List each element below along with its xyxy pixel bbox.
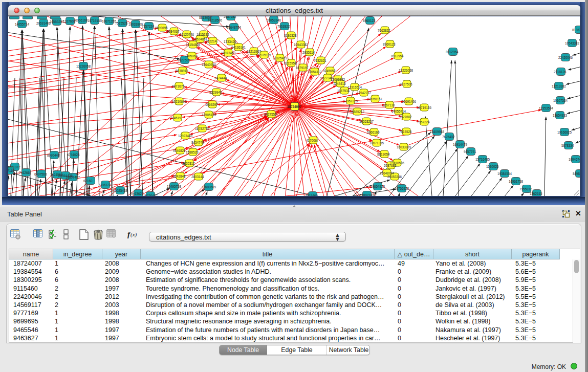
svg-text:10543382: 10543382 bbox=[294, 43, 309, 47]
svg-text:18807249: 18807249 bbox=[360, 193, 375, 196]
svg-text:1362615: 1362615 bbox=[530, 192, 542, 195]
svg-text:12093832: 12093832 bbox=[331, 78, 345, 81]
svg-text:18640910: 18640910 bbox=[202, 63, 216, 67]
svg-text:1327602: 1327602 bbox=[399, 115, 412, 119]
svg-text:10973493: 10973493 bbox=[221, 51, 236, 55]
svg-text:2935114: 2935114 bbox=[302, 51, 315, 54]
svg-text:2087682: 2087682 bbox=[384, 164, 397, 167]
svg-text:15716485: 15716485 bbox=[475, 158, 490, 161]
svg-text:9115460: 9115460 bbox=[306, 194, 318, 196]
svg-text:10553257: 10553257 bbox=[359, 120, 374, 123]
svg-text:13226058: 13226058 bbox=[399, 69, 413, 72]
svg-text:18724007: 18724007 bbox=[287, 105, 302, 108]
svg-text:9245652: 9245652 bbox=[323, 69, 336, 73]
svg-text:8471676: 8471676 bbox=[172, 84, 185, 88]
svg-text:10107534: 10107534 bbox=[553, 99, 568, 102]
svg-text:7955812: 7955812 bbox=[519, 187, 532, 191]
svg-text:7625402: 7625402 bbox=[442, 135, 455, 139]
svg-text:12505135: 12505135 bbox=[202, 113, 216, 117]
svg-text:10671355: 10671355 bbox=[102, 19, 117, 23]
svg-text:7663822: 7663822 bbox=[277, 25, 290, 28]
svg-text:7632621: 7632621 bbox=[314, 59, 326, 62]
svg-text:9329946: 9329946 bbox=[209, 91, 222, 94]
svg-text:10553257: 10553257 bbox=[50, 20, 64, 24]
svg-text:16648784: 16648784 bbox=[380, 171, 395, 175]
svg-text:8498222: 8498222 bbox=[573, 172, 580, 176]
svg-text:9327505: 9327505 bbox=[400, 82, 412, 86]
svg-text:10958157: 10958157 bbox=[368, 97, 383, 101]
svg-text:1969297: 1969297 bbox=[205, 103, 218, 106]
svg-text:1615132: 1615132 bbox=[197, 33, 209, 36]
svg-text:19218506: 19218506 bbox=[208, 18, 223, 22]
svg-text:6497568: 6497568 bbox=[34, 172, 47, 176]
svg-text:8186328: 8186328 bbox=[572, 28, 580, 32]
svg-text:2087682: 2087682 bbox=[224, 16, 236, 18]
svg-text:8960123: 8960123 bbox=[383, 42, 396, 46]
svg-text:8813054: 8813054 bbox=[377, 152, 390, 156]
svg-text:13226058: 13226058 bbox=[76, 64, 91, 68]
svg-text:7357224: 7357224 bbox=[417, 120, 430, 124]
svg-text:10654112: 10654112 bbox=[308, 70, 322, 74]
svg-text:17316514: 17316514 bbox=[347, 85, 362, 89]
svg-text:19166825: 19166825 bbox=[557, 130, 572, 134]
svg-text:10719155: 10719155 bbox=[88, 19, 102, 23]
svg-text:20691406: 20691406 bbox=[36, 21, 51, 25]
svg-text:6794028: 6794028 bbox=[67, 153, 80, 157]
svg-text:12353594: 12353594 bbox=[539, 106, 554, 110]
svg-text:8990448: 8990448 bbox=[47, 154, 60, 157]
svg-text:14055714: 14055714 bbox=[15, 23, 30, 26]
svg-text:12213967: 12213967 bbox=[247, 50, 262, 53]
svg-text:19384554: 19384554 bbox=[497, 172, 512, 176]
svg-text:114519: 114519 bbox=[170, 116, 181, 120]
svg-text:12975115: 12975115 bbox=[257, 53, 271, 57]
svg-text:10719155: 10719155 bbox=[417, 106, 432, 110]
svg-text:9084067: 9084067 bbox=[167, 30, 180, 33]
svg-text:10046748: 10046748 bbox=[569, 158, 580, 161]
svg-text:6966160: 6966160 bbox=[367, 130, 380, 134]
svg-text:12213382: 12213382 bbox=[552, 84, 567, 88]
svg-text:10807487: 10807487 bbox=[66, 176, 80, 179]
svg-text:20691406: 20691406 bbox=[402, 100, 417, 103]
svg-text:18409948: 18409948 bbox=[430, 130, 445, 134]
svg-text:14055714: 14055714 bbox=[391, 110, 406, 113]
svg-text:7386372: 7386372 bbox=[98, 183, 111, 187]
svg-text:1530025: 1530025 bbox=[486, 165, 499, 168]
svg-text:252214: 252214 bbox=[206, 39, 217, 43]
svg-text:9474444: 9474444 bbox=[214, 76, 227, 80]
svg-text:15885212: 15885212 bbox=[350, 110, 365, 114]
svg-text:5878334: 5878334 bbox=[561, 144, 574, 147]
svg-text:10671355: 10671355 bbox=[369, 141, 384, 145]
svg-text:17957225: 17957225 bbox=[343, 99, 358, 103]
svg-text:(x): (x) bbox=[130, 231, 137, 238]
svg-text:1588520: 1588520 bbox=[186, 150, 199, 154]
svg-text:16914479: 16914479 bbox=[453, 143, 468, 146]
svg-text:9699695: 9699695 bbox=[155, 26, 168, 30]
svg-text:14136141: 14136141 bbox=[231, 46, 246, 49]
svg-text:13495758: 13495758 bbox=[167, 185, 182, 188]
svg-text:8215958: 8215958 bbox=[284, 61, 297, 65]
svg-text:7515526: 7515526 bbox=[115, 21, 128, 25]
svg-text:16648784: 16648784 bbox=[227, 26, 242, 29]
svg-text:8186328: 8186328 bbox=[284, 34, 297, 37]
svg-text:16033809: 16033809 bbox=[128, 23, 143, 26]
svg-text:9146821: 9146821 bbox=[173, 149, 186, 152]
svg-text:16782759: 16782759 bbox=[195, 127, 210, 130]
svg-text:13325419: 13325419 bbox=[273, 56, 288, 60]
svg-text:7357224: 7357224 bbox=[142, 25, 155, 28]
svg-text:8220317: 8220317 bbox=[182, 162, 195, 165]
svg-text:16033809: 16033809 bbox=[397, 145, 411, 149]
svg-text:1327602: 1327602 bbox=[63, 19, 76, 23]
svg-text:22420046: 22420046 bbox=[558, 56, 573, 59]
svg-text:2803144: 2803144 bbox=[191, 175, 204, 179]
svg-text:2718126: 2718126 bbox=[554, 70, 567, 74]
svg-text:7485063: 7485063 bbox=[185, 54, 198, 58]
svg-text:1733426: 1733426 bbox=[224, 40, 236, 43]
svg-text:1244413: 1244413 bbox=[333, 82, 346, 85]
svg-text:417006: 417006 bbox=[306, 139, 317, 142]
svg-text:15720407: 15720407 bbox=[143, 194, 158, 196]
svg-text:9457791: 9457791 bbox=[464, 150, 476, 154]
svg-text:9463627: 9463627 bbox=[131, 192, 144, 195]
svg-text:9327505: 9327505 bbox=[178, 58, 190, 62]
svg-text:16120746: 16120746 bbox=[180, 33, 194, 36]
svg-text:19654933: 19654933 bbox=[553, 114, 568, 117]
